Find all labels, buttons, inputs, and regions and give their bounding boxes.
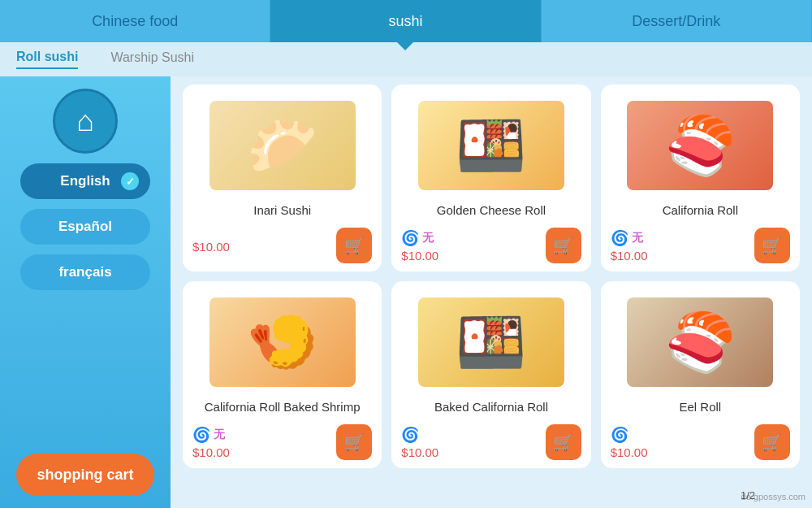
gf-icon-3: 无 [632,231,643,245]
product-price-4: $10.00 [192,445,230,459]
lang-check-icon: ✓ [121,172,139,190]
subtab-warship[interactable]: Warship Sushi [110,50,194,68]
product-image-area-5: 🍱 [401,289,581,395]
cart-icon-1: 🛒 [344,236,365,255]
spicy-icon-2: 🌀 [401,229,419,247]
spicy-icon-3: 🌀 [611,229,628,247]
shopping-cart-button[interactable]: shopping cart [16,454,154,496]
product-footer-6: 🌀 $10.00 🛒 [611,424,790,460]
spicy-icon-5: 🌀 [401,426,419,444]
product-name-3: California Roll [663,203,738,217]
product-name-4: California Roll Baked Shrimp [205,400,361,414]
gf-icon-4: 无 [214,428,225,442]
home-button[interactable]: ⌂ [53,89,118,154]
add-to-cart-2[interactable]: 🛒 [546,228,581,263]
add-to-cart-5[interactable]: 🛒 [546,424,581,460]
product-name-1: Inari Sushi [253,203,311,217]
product-price-1: $10.00 [192,240,230,254]
product-image-area-2: 🍱 [401,93,581,198]
gf-icon-2: 无 [422,231,434,245]
product-image-area-3: 🍣 [611,93,790,198]
tab-chinese[interactable]: Chinese food [0,0,270,42]
tab-sushi[interactable]: sushi [270,0,541,42]
product-footer-1: $10.00 🛒 [192,228,372,263]
add-to-cart-3[interactable]: 🛒 [754,228,790,263]
spicy-icon-6: 🌀 [611,426,628,444]
add-to-cart-6[interactable]: 🛒 [754,424,790,460]
product-image-area-6: 🍣 [611,289,790,395]
product-name-6: Eel Roll [679,400,721,414]
cart-icon-6: 🛒 [762,432,782,452]
product-name-5: Baked California Roll [434,400,548,414]
sidebar: ⌂ English ✓ Español français shopping ca… [0,76,171,508]
cart-icon-3: 🛒 [762,236,782,255]
product-icons-3: 🌀 无 [611,229,648,247]
cart-icon-4: 🛒 [344,432,365,452]
product-image-area-4: 🍤 [192,289,372,395]
product-name-2: Golden Cheese Roll [437,203,546,217]
product-footer-4: 🌀 无 $10.00 🛒 [192,424,372,460]
product-price-6: $10.00 [611,445,648,459]
product-footer-3: 🌀 无 $10.00 🛒 [611,228,790,263]
home-icon: ⌂ [76,104,94,138]
lang-francais-button[interactable]: français [20,254,150,290]
product-card-3: 🍣 California Roll 🌀 无 $10.00 🛒 [601,85,800,271]
product-price-2: $10.00 [401,249,438,263]
product-price-3: $10.00 [611,249,648,263]
product-footer-5: 🌀 $10.00 🛒 [401,424,581,460]
product-card-6: 🍣 Eel Roll 🌀 $10.00 🛒 [601,281,800,468]
product-card-1: 🥟 Inari Sushi $10.00 🛒 [183,85,382,271]
product-card-2: 🍱 Golden Cheese Roll 🌀 无 $10.00 🛒 [391,85,590,271]
product-card-5: 🍱 Baked California Roll 🌀 $10.00 🛒 [391,281,590,468]
product-icons-6: 🌀 [611,426,648,444]
add-to-cart-4[interactable]: 🛒 [336,424,372,460]
tab-dessert[interactable]: Dessert/Drink [542,0,812,42]
product-card-4: 🍤 California Roll Baked Shrimp 🌀 无 $10.0… [183,281,382,468]
product-icons-5: 🌀 [401,426,438,444]
product-icons-2: 🌀 无 [401,229,438,247]
product-grid: 🥟 Inari Sushi $10.00 🛒 [183,85,800,468]
cart-icon-2: 🛒 [553,236,573,255]
cart-icon-5: 🛒 [553,432,573,452]
product-image-area-1: 🥟 [192,93,372,198]
lang-english-button[interactable]: English ✓ [20,163,150,199]
product-footer-2: 🌀 无 $10.00 🛒 [401,228,581,263]
product-price-5: $10.00 [401,445,438,459]
product-icons-4: 🌀 无 [192,426,230,444]
spicy-icon-4: 🌀 [192,426,210,444]
subtab-roll[interactable]: Roll sushi [16,50,78,69]
main-content: ⌂ English ✓ Español français shopping ca… [0,76,812,508]
product-area: 🥟 Inari Sushi $10.00 🛒 [171,76,812,508]
tab-bar: Chinese food sushi Dessert/Drink [0,0,812,42]
lang-espanol-button[interactable]: Español [20,209,150,245]
add-to-cart-1[interactable]: 🛒 [336,228,372,263]
